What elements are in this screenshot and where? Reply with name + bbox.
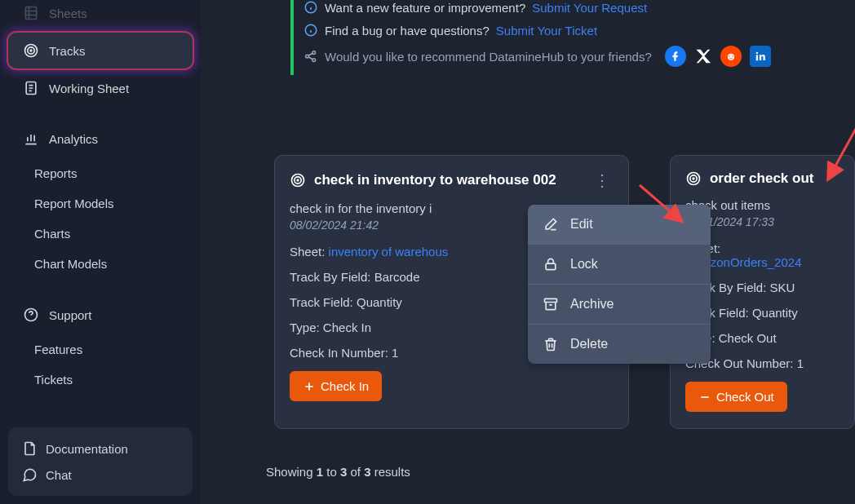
sidebar-footer: Documentation Chat [8,427,193,496]
sidebar-item-label: Support [49,308,92,322]
submit-ticket-link[interactable]: Submit Your Ticket [496,24,597,38]
linkedin-icon[interactable] [750,46,771,67]
sidebar-item-support[interactable]: Support [8,297,193,333]
info-bug-row: Find a bug or have questions? Submit You… [303,23,847,38]
submit-request-link[interactable]: Submit Your Request [532,1,647,15]
menu-item-edit[interactable]: Edit [528,205,711,245]
target-icon [290,172,306,188]
svg-rect-14 [756,55,758,60]
check-out-button[interactable]: Check Out [685,382,787,412]
sidebar-item-working-sheet[interactable]: Working Sheet [8,70,193,106]
facebook-icon[interactable] [665,46,686,67]
results-count: Showing 1 to 3 of 3 results [266,465,410,479]
sidebar-footer-documentation[interactable]: Documentation [13,435,188,462]
svg-point-23 [693,178,694,179]
help-icon [23,307,39,323]
sidebar-sub-tickets[interactable]: Tickets [0,365,201,395]
svg-rect-0 [25,7,36,20]
card-title: check in inventory to warehouse 002 [314,172,556,188]
sidebar-item-label: Sheets [49,7,87,20]
sidebar-item-label: Working Sheet [49,82,129,95]
info-share-row: Would you like to recommend DatamineHub … [303,46,847,67]
svg-point-12 [729,55,730,57]
plus-icon [303,380,316,393]
svg-point-15 [756,52,758,54]
sidebar-item-label: Analytics [49,132,98,146]
card-context-menu: Edit Lock Archive Delete [528,205,711,364]
share-icon [303,49,318,64]
track-cards: check in inventory to warehouse 002 ⋮ ch… [274,155,855,429]
x-twitter-icon[interactable] [694,47,712,65]
sidebar-sub-report-models[interactable]: Report Models [0,188,201,219]
trash-icon [543,336,559,352]
chat-icon [21,466,38,483]
archive-icon [543,296,559,312]
sidebar-item-label: Tracks [49,44,85,58]
lock-icon [543,256,559,272]
sidebar-sub-features[interactable]: Features [0,334,201,365]
svg-point-11 [728,54,734,60]
target-icon [685,170,702,187]
sidebar-sub-chart-models[interactable]: Chart Models [0,249,201,279]
svg-point-3 [30,50,32,51]
sidebar-item-analytics[interactable]: Analytics [8,121,193,157]
doc-icon [21,440,38,457]
sidebar-sub-reports[interactable]: Reports [0,158,201,188]
minus-icon [698,391,711,404]
target-icon [23,42,39,59]
svg-rect-20 [545,298,557,302]
check-in-button[interactable]: Check In [290,371,382,401]
sidebar: Sheets Tracks Working Sheet Analytics Re… [0,0,201,504]
info-banner: Want a new feature or improvement? Submi… [290,0,847,75]
social-icons [665,46,771,67]
menu-item-lock[interactable]: Lock [528,245,711,285]
info-feature-row: Want a new feature or improvement? Submi… [303,0,847,15]
sidebar-sub-charts[interactable]: Charts [0,219,201,249]
svg-rect-19 [546,263,556,270]
svg-point-13 [732,55,733,57]
sheets-icon [23,5,39,21]
card-menu-button[interactable]: ⋮ [591,170,614,190]
info-icon [303,23,318,38]
info-icon [303,0,318,15]
reddit-icon[interactable] [720,46,742,67]
menu-item-delete[interactable]: Delete [528,325,711,364]
sidebar-footer-chat[interactable]: Chat [13,462,188,488]
sidebar-item-sheets[interactable]: Sheets [8,0,193,31]
sheet-link[interactable]: inventory of warehous [329,245,449,259]
menu-item-archive[interactable]: Archive [528,285,711,325]
analytics-icon [23,130,39,147]
sheet-icon [23,80,39,96]
track-card-checkin: check in inventory to warehouse 002 ⋮ ch… [274,155,629,429]
edit-icon [543,216,559,232]
sidebar-item-tracks[interactable]: Tracks [8,33,193,69]
svg-point-18 [297,179,299,181]
main-content: Want a new feature or improvement? Submi… [201,0,855,504]
card-title: order check out [710,170,814,187]
